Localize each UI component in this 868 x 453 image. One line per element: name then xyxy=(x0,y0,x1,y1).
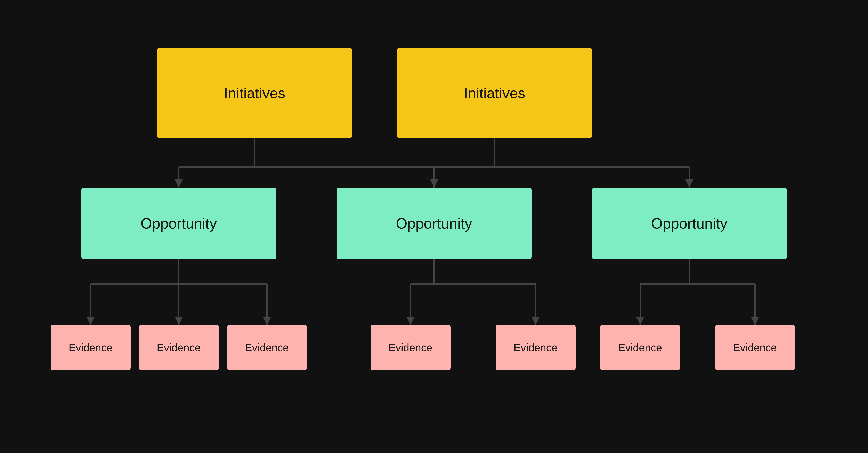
svg-marker-22 xyxy=(406,317,414,325)
svg-marker-4 xyxy=(175,179,183,187)
evidence-node-5: Evidence xyxy=(496,325,576,370)
svg-marker-28 xyxy=(636,317,644,325)
svg-marker-29 xyxy=(751,317,759,325)
evidence-node-7: Evidence xyxy=(715,325,795,370)
evidence-node-2: Evidence xyxy=(139,325,219,370)
evidence-node-1: Evidence xyxy=(51,325,131,370)
evidence-node-4: Evidence xyxy=(371,325,451,370)
svg-marker-23 xyxy=(531,317,540,325)
initiatives-node-1: Initiatives xyxy=(157,48,352,138)
svg-marker-5 xyxy=(430,179,438,187)
evidence-node-3: Evidence xyxy=(227,325,307,370)
svg-marker-17 xyxy=(263,317,271,325)
svg-marker-9 xyxy=(685,179,693,187)
diagram: Initiatives Initiatives Opportunity Oppo… xyxy=(44,32,824,421)
svg-marker-15 xyxy=(87,317,95,325)
opportunity-node-1: Opportunity xyxy=(82,187,276,259)
initiatives-node-2: Initiatives xyxy=(397,48,592,138)
opportunity-node-2: Opportunity xyxy=(337,187,531,259)
svg-marker-16 xyxy=(175,317,183,325)
evidence-node-6: Evidence xyxy=(600,325,680,370)
opportunity-node-3: Opportunity xyxy=(592,187,787,259)
